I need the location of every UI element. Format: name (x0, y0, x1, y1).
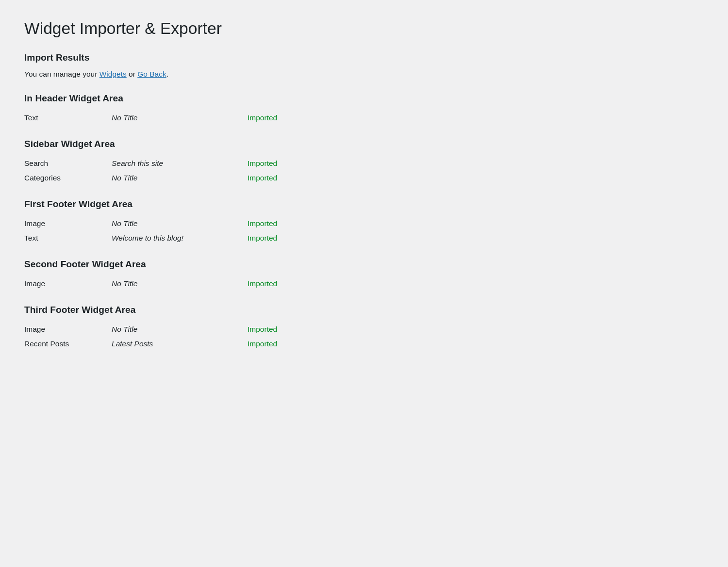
widget-status-badge: Imported (248, 159, 277, 168)
table-row: ImageNo TitleImported (24, 276, 704, 291)
widget-area-1: Sidebar Widget AreaSearchSearch this sit… (24, 139, 704, 185)
intro-middle: or (127, 70, 137, 78)
widget-type-label: Text (24, 234, 112, 243)
widget-title-label: Welcome to this blog! (112, 234, 248, 243)
intro-suffix: . (166, 70, 168, 78)
widgets-link[interactable]: Widgets (99, 70, 127, 78)
widget-areas-container: In Header Widget AreaTextNo TitleImporte… (24, 93, 704, 351)
widget-title-label: No Title (112, 174, 248, 182)
widget-status-badge: Imported (248, 279, 277, 288)
intro-paragraph: You can manage your Widgets or Go Back. (24, 70, 704, 79)
table-row: ImageNo TitleImported (24, 216, 704, 231)
widget-status-badge: Imported (248, 234, 277, 243)
widget-area-heading-2: First Footer Widget Area (24, 199, 704, 210)
intro-prefix: You can manage your (24, 70, 99, 78)
widget-type-label: Image (24, 219, 112, 228)
widget-type-label: Text (24, 113, 112, 122)
widget-status-badge: Imported (248, 325, 277, 334)
table-row: ImageNo TitleImported (24, 322, 704, 337)
page-title: Widget Importer & Exporter (24, 19, 704, 38)
widget-area-heading-1: Sidebar Widget Area (24, 139, 704, 149)
widget-title-label: No Title (112, 219, 248, 228)
widget-area-0: In Header Widget AreaTextNo TitleImporte… (24, 93, 704, 125)
widget-type-label: Recent Posts (24, 340, 112, 348)
widget-title-label: No Title (112, 325, 248, 334)
widget-status-badge: Imported (248, 340, 277, 348)
widget-area-heading-3: Second Footer Widget Area (24, 259, 704, 270)
table-row: Recent PostsLatest PostsImported (24, 337, 704, 351)
widget-area-2: First Footer Widget AreaImageNo TitleImp… (24, 199, 704, 245)
widget-area-4: Third Footer Widget AreaImageNo TitleImp… (24, 305, 704, 351)
widget-title-label: No Title (112, 279, 248, 288)
widget-status-badge: Imported (248, 113, 277, 122)
widget-title-label: Latest Posts (112, 340, 248, 348)
widget-status-badge: Imported (248, 174, 277, 182)
table-row: TextWelcome to this blog!Imported (24, 231, 704, 245)
widget-type-label: Image (24, 279, 112, 288)
widget-area-heading-0: In Header Widget Area (24, 93, 704, 104)
widget-title-label: No Title (112, 113, 248, 122)
widget-title-label: Search this site (112, 159, 248, 168)
go-back-link[interactable]: Go Back (137, 70, 166, 78)
widget-type-label: Search (24, 159, 112, 168)
import-results-heading: Import Results (24, 52, 704, 63)
table-row: TextNo TitleImported (24, 111, 704, 125)
widget-area-heading-4: Third Footer Widget Area (24, 305, 704, 315)
table-row: CategoriesNo TitleImported (24, 171, 704, 185)
widget-status-badge: Imported (248, 219, 277, 228)
widget-type-label: Categories (24, 174, 112, 182)
widget-type-label: Image (24, 325, 112, 334)
widget-area-3: Second Footer Widget AreaImageNo TitleIm… (24, 259, 704, 291)
table-row: SearchSearch this siteImported (24, 156, 704, 171)
